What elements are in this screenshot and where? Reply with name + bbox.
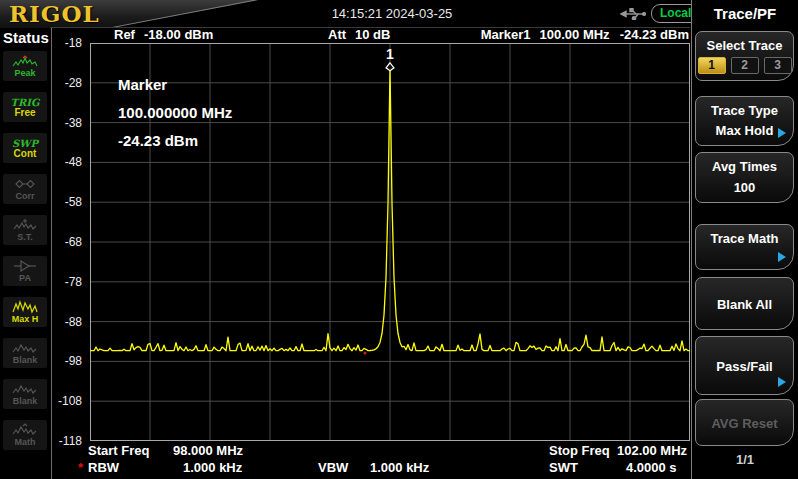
y-tick-label: -48 [65,155,82,169]
ref-value: -18.00 dBm [144,27,213,42]
att-label: Att [328,27,346,42]
status-item-trigger: TRIG Free [3,92,47,122]
y-tick-label: -58 [65,195,82,209]
status-item-sweep: SWP Cont [3,133,47,163]
uncal-asterisk: * [78,460,83,475]
blank-all-label: Blank All [696,296,793,311]
avg-times-label: Avg Times [696,159,793,174]
y-axis-tick-labels: -18-28-38-48-58-68-78-88-98-108-118 [50,43,86,441]
sweep-mode-tag: SWP [12,138,38,149]
attenuation-readout: Att10 dB [328,27,390,42]
status-item-label: Blank [13,396,38,406]
waveform-icon [12,382,38,396]
select-trace-label: Select Trace [696,38,793,53]
math-waveform-icon [12,423,38,437]
status-item-label: Cont [14,149,37,159]
swt-value: 4.0000 s [626,460,677,475]
status-item-label: Blank [13,355,38,365]
y-tick-label: -98 [65,354,82,368]
softkey-menu-panel: Trace/PF Select Trace 1 2 3 Trace Type M… [691,0,798,479]
status-sidebar: Status Peak TRIG Free SWP Cont Corr [0,28,52,479]
y-tick-label: -88 [65,315,82,329]
status-item-label: Corr [15,191,34,201]
y-tick-label: -38 [65,116,82,130]
status-item-blank-2: Blank [3,379,47,409]
marker1-label: Marker1 [481,27,531,42]
y-tick-label: -108 [58,394,82,408]
vbw-label: VBW [318,460,348,475]
trace-3-box[interactable]: 3 [764,57,792,74]
y-tick-label: -68 [65,235,82,249]
vbw-value: 1.000 kHz [370,460,429,475]
trace-number-boxes: 1 2 3 [696,57,793,74]
submenu-arrow-icon [778,252,786,262]
avg-times-button[interactable]: Avg Times 100 [695,152,794,203]
trace-math-button[interactable]: Trace Math [695,224,794,270]
top-bar: RIGOL 14:15:21 2024-03-25 Local [0,0,798,28]
trace-type-label: Trace Type [696,103,793,118]
stop-freq-value: 102.00 MHz [617,443,687,458]
pass-fail-button[interactable]: Pass/Fail [695,336,794,395]
status-item-label: Max H [12,314,39,324]
rigol-logo: RIGOL [9,0,100,28]
marker1-frequency: 100.00 MHz [540,27,610,42]
marker-annotation-frequency: 100.000000 MHz [118,99,232,127]
status-item-max-hold: Max H [3,297,47,327]
trace-1-box[interactable]: 1 [698,57,726,74]
svg-text:1: 1 [386,46,394,62]
clock-timestamp: 14:15:21 2024-03-25 [292,0,492,28]
y-tick-label: -28 [65,76,82,90]
y-tick-label: -18 [65,36,82,50]
status-item-peak: Peak [3,51,47,81]
submenu-arrow-icon [778,128,786,138]
marker-annotation: Marker 100.000000 MHz -24.23 dBm [118,71,232,155]
status-item-label: Free [14,108,35,118]
avg-times-value: 100 [696,180,793,195]
usb-icon [620,8,646,20]
preamp-icon [12,259,38,273]
avg-reset-label: AVG Reset [696,415,793,430]
correction-icon [12,177,38,191]
start-freq-label: Start Freq [88,443,149,458]
trigger-mode-tag: TRIG [11,97,40,108]
rbw-label: RBW [88,460,119,475]
ref-level-readout: Ref-18.00 dBm [114,27,213,42]
marker-annotation-amplitude: -24.23 dBm [118,127,232,155]
footer-readouts: Start Freq 98.000 MHz Stop Freq 102.00 M… [0,443,690,479]
status-item-blank-1: Blank [3,338,47,368]
marker1-amplitude: -24.23 dBm [620,27,689,42]
status-item-label: S.T. [17,232,33,242]
stop-freq-label: Stop Freq [549,443,610,458]
status-title: Status [0,28,51,51]
marker1-readout: Marker1100.00 MHz-24.23 dBm [481,27,689,42]
blank-all-button[interactable]: Blank All [695,277,794,330]
plot-header-row: Ref-18.00 dBm Att10 dB Marker1100.00 MHz… [90,27,690,43]
trace-type-button[interactable]: Trace Type Max Hold [695,96,794,146]
start-freq-value: 98.000 MHz [173,443,243,458]
status-item-label: PA [19,273,31,283]
swt-label: SWT [549,460,578,475]
menu-page-indicator: 1/1 [692,452,798,467]
status-item-sweep-time: S.T. [3,215,47,245]
trace-2-box[interactable]: 2 [731,57,759,74]
trace-math-label: Trace Math [696,231,793,246]
submenu-arrow-icon [778,377,786,387]
status-item-correction: Corr [3,174,47,204]
sweep-time-icon [12,218,38,232]
max-hold-waveform-icon [12,300,38,314]
pass-fail-label: Pass/Fail [696,358,793,373]
y-tick-label: -78 [65,275,82,289]
status-item-label: Peak [14,68,35,78]
ref-label: Ref [114,27,135,42]
peak-waveform-icon [12,54,38,68]
marker-annotation-title: Marker [118,71,232,99]
status-item-preamp: PA [3,256,47,286]
waveform-icon [12,341,38,355]
avg-reset-button: AVG Reset [695,399,794,446]
att-value: 10 dB [355,27,390,42]
menu-title: Trace/PF [692,0,798,27]
select-trace-button[interactable]: Select Trace 1 2 3 [695,31,794,81]
rbw-value: 1.000 kHz [183,460,242,475]
